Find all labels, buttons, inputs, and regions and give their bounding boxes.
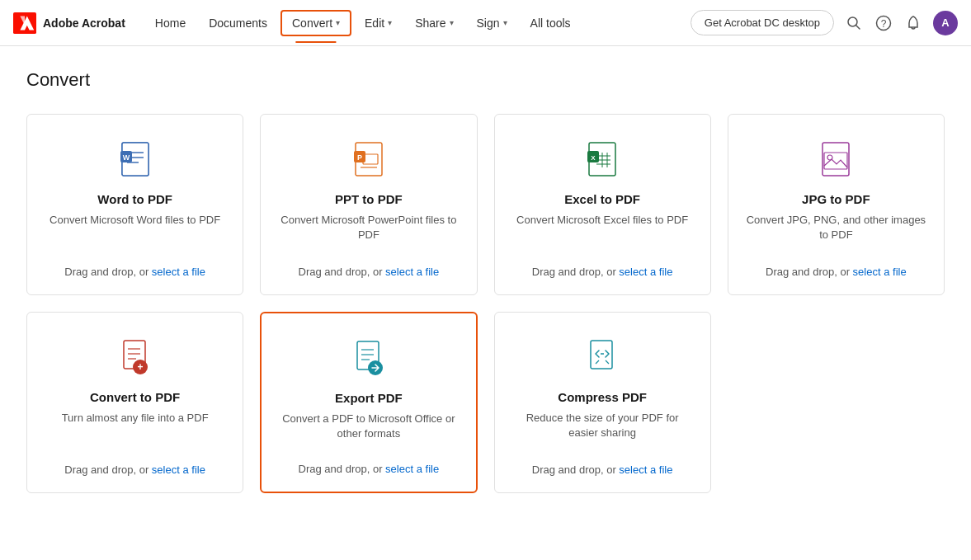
export-pdf-select-link[interactable]: select a file	[385, 463, 439, 475]
export-pdf-icon	[349, 338, 389, 378]
nav-documents[interactable]: Documents	[199, 12, 277, 35]
convert-to-pdf-card[interactable]: + Convert to PDF Turn almost any file in…	[26, 312, 243, 493]
sign-chevron-icon: ▾	[503, 18, 507, 27]
svg-text:?: ?	[881, 18, 887, 30]
tools-row1: W Word to PDF Convert Microsoft Word fil…	[26, 114, 945, 295]
export-pdf-card[interactable]: Export PDF Convert a PDF to Microsoft Of…	[260, 312, 477, 493]
compress-pdf-icon	[582, 337, 622, 377]
nav-right: Get Acrobat DC desktop ? A	[691, 10, 958, 35]
word-to-pdf-select-link[interactable]: select a file	[152, 266, 205, 278]
brand-name: Adobe Acrobat	[43, 16, 125, 30]
svg-text:+: +	[137, 361, 143, 373]
page-title: Convert	[26, 69, 945, 91]
notifications-icon[interactable]	[903, 13, 923, 33]
main-content: Convert W Word to PDF Convert Microsoft …	[0, 46, 971, 516]
ppt-to-pdf-desc: Convert Microsoft PowerPoint files to PD…	[277, 213, 460, 249]
compress-pdf-desc: Reduce the size of your PDF for easier s…	[511, 411, 694, 447]
tools-row2: + Convert to PDF Turn almost any file in…	[26, 312, 945, 493]
adobe-logo-icon	[13, 12, 36, 35]
avatar[interactable]: A	[933, 11, 958, 35]
convert-to-pdf-drop: Drag and drop, or select a file	[64, 447, 205, 476]
jpg-to-pdf-card[interactable]: JPG to PDF Convert JPG, PNG, and other i…	[728, 114, 945, 295]
svg-text:W: W	[122, 153, 130, 162]
export-pdf-title: Export PDF	[335, 391, 403, 405]
svg-rect-25	[823, 143, 849, 176]
jpg-to-pdf-select-link[interactable]: select a file	[853, 266, 907, 278]
compress-pdf-title: Compress PDF	[558, 390, 647, 404]
excel-to-pdf-select-link[interactable]: select a file	[619, 266, 672, 278]
convert-chevron-icon: ▾	[336, 18, 340, 27]
convert-to-pdf-title: Convert to PDF	[90, 390, 180, 404]
ppt-to-pdf-title: PPT to PDF	[335, 192, 403, 206]
word-to-pdf-drop: Drag and drop, or select a file	[64, 249, 205, 278]
convert-to-pdf-select-link[interactable]: select a file	[152, 464, 205, 476]
excel-to-pdf-icon: X	[582, 139, 622, 179]
nav-home[interactable]: Home	[145, 12, 196, 35]
convert-to-pdf-desc: Turn almost any file into a PDF	[62, 411, 209, 447]
search-icon[interactable]	[844, 13, 864, 33]
ppt-to-pdf-icon: P	[349, 139, 389, 179]
jpg-to-pdf-icon	[816, 139, 856, 179]
excel-to-pdf-card[interactable]: X Excel to PDF Convert Microsoft Excel f…	[494, 114, 711, 295]
edit-chevron-icon: ▾	[388, 18, 392, 27]
ppt-to-pdf-select-link[interactable]: select a file	[385, 266, 439, 278]
convert-to-pdf-icon: +	[115, 337, 155, 377]
nav-links: Home Documents Convert ▾ Edit ▾ Share ▾ …	[145, 10, 691, 36]
nav-convert[interactable]: Convert ▾	[280, 10, 351, 36]
share-chevron-icon: ▾	[450, 18, 454, 27]
svg-text:P: P	[357, 153, 362, 162]
word-to-pdf-desc: Convert Microsoft Word files to PDF	[49, 213, 220, 249]
get-acrobat-button[interactable]: Get Acrobat DC desktop	[691, 10, 834, 35]
nav-edit[interactable]: Edit ▾	[355, 12, 402, 35]
word-to-pdf-title: Word to PDF	[97, 192, 172, 206]
word-to-pdf-card[interactable]: W Word to PDF Convert Microsoft Word fil…	[26, 114, 243, 295]
jpg-to-pdf-title: JPG to PDF	[802, 192, 870, 206]
word-to-pdf-icon: W	[115, 139, 155, 179]
export-pdf-drop: Drag and drop, or select a file	[299, 446, 440, 475]
brand[interactable]: Adobe Acrobat	[13, 12, 125, 35]
jpg-to-pdf-drop: Drag and drop, or select a file	[766, 249, 907, 278]
ppt-to-pdf-drop: Drag and drop, or select a file	[299, 249, 440, 278]
nav-all-tools[interactable]: All tools	[521, 12, 581, 35]
export-pdf-desc: Convert a PDF to Microsoft Office or oth…	[278, 412, 459, 446]
nav-share[interactable]: Share ▾	[405, 12, 463, 35]
svg-text:X: X	[591, 154, 596, 162]
help-icon[interactable]: ?	[874, 13, 893, 33]
excel-to-pdf-desc: Convert Microsoft Excel files to PDF	[516, 213, 688, 249]
compress-pdf-card[interactable]: Compress PDF Reduce the size of your PDF…	[494, 312, 711, 493]
compress-pdf-select-link[interactable]: select a file	[619, 464, 672, 476]
ppt-to-pdf-card[interactable]: P PPT to PDF Convert Microsoft PowerPoin…	[260, 114, 477, 295]
nav-sign[interactable]: Sign ▾	[467, 12, 517, 35]
navbar: Adobe Acrobat Home Documents Convert ▾ E…	[0, 0, 971, 46]
compress-pdf-drop: Drag and drop, or select a file	[532, 447, 673, 476]
svg-line-2	[856, 25, 860, 29]
excel-to-pdf-title: Excel to PDF	[564, 192, 640, 206]
excel-to-pdf-drop: Drag and drop, or select a file	[532, 249, 673, 278]
jpg-to-pdf-desc: Convert JPG, PNG, and other images to PD…	[745, 213, 927, 249]
svg-rect-39	[591, 341, 612, 369]
